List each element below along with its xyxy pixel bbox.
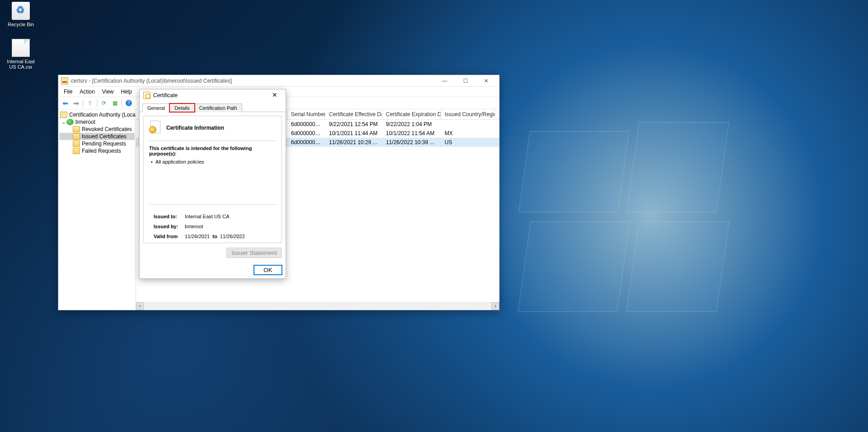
toolbar-separator: [97, 99, 97, 107]
tab-details[interactable]: Details: [169, 103, 195, 112]
issued-by-row: Issued by: bmeroot: [154, 224, 276, 229]
window-title: certsrv - [Certification Authority (Loca…: [71, 78, 434, 84]
cell-serial: 6d0000005246...: [287, 129, 325, 138]
wallpaper-pane: [626, 221, 729, 312]
help-icon: ?: [126, 100, 132, 106]
issued-by-label: Issued by:: [154, 224, 183, 229]
tab-certification-path[interactable]: Certification Path: [194, 103, 242, 112]
tree-item-revoked[interactable]: Revoked Certificates: [59, 126, 135, 133]
column-header-effective[interactable]: Certificate Effective Date: [325, 109, 382, 119]
dialog-tabs: General Details Certification Path: [140, 101, 286, 112]
tree-pane: Certification Authority (Local) ⌄ bmeroo…: [58, 109, 136, 310]
export-list-button[interactable]: ▦: [110, 98, 120, 108]
tree-item-pending[interactable]: Pending Requests: [59, 140, 135, 147]
wallpaper-pane: [518, 221, 630, 312]
folder-icon: [73, 148, 80, 154]
column-header-country[interactable]: Issued Country/Region: [441, 109, 495, 119]
desktop-icon-csr-file[interactable]: Internal East US CA.csr: [4, 39, 38, 70]
column-header-serial[interactable]: Serial Number: [287, 109, 325, 119]
cell-country: US: [441, 138, 495, 147]
cell-expiration: 11/26/2022 10:39 AM: [382, 138, 441, 147]
menu-file[interactable]: File: [60, 88, 76, 96]
toolbar-separator: [83, 99, 83, 107]
recycle-bin-icon: [12, 2, 30, 20]
validity-row: Valid from 11/26/2021 to 11/26/2022: [154, 234, 276, 239]
valid-to-value: 11/26/2022: [220, 234, 245, 239]
nav-forward-button[interactable]: ➡: [71, 98, 81, 108]
valid-to-label: to: [212, 234, 217, 239]
export-icon: ▦: [113, 100, 117, 106]
tree-label: Pending Requests: [82, 141, 126, 147]
folder-icon: [73, 141, 80, 147]
menu-action[interactable]: Action: [76, 88, 98, 96]
issuer-statement-button: Issuer Statement: [226, 248, 282, 258]
cell-serial: 6d00000006ed...: [287, 138, 325, 147]
window-maximize-button[interactable]: ☐: [455, 75, 476, 86]
up-level-button[interactable]: ⇧: [85, 98, 95, 108]
tab-general[interactable]: General: [142, 103, 170, 112]
desktop-icon-label: Recycle Bin: [4, 22, 38, 27]
desktop-icon-label: Internal East US CA.csr: [4, 59, 38, 70]
cert-authority-icon: [60, 112, 67, 118]
up-folder-icon: ⇧: [88, 100, 92, 106]
tree-item-issued[interactable]: Issued Certificates: [59, 133, 135, 140]
scroll-track[interactable]: [144, 302, 492, 310]
menu-help[interactable]: Help: [117, 88, 136, 96]
issued-to-value: Internal East US CA: [185, 214, 229, 219]
dialog-title: Certificate: [153, 92, 267, 99]
dialog-close-button[interactable]: ✕: [267, 90, 282, 101]
cell-expiration: 10/1/2022 11:54 AM: [382, 129, 441, 138]
app-icon: [61, 77, 68, 85]
cell-serial: 6d000000353...: [287, 120, 325, 129]
tree-item-failed[interactable]: Failed Requests: [59, 147, 135, 155]
cell-expiration: 9/22/2022 1:04 PM: [382, 120, 441, 129]
tree-ca-node[interactable]: ⌄ bmeroot: [59, 118, 135, 126]
menu-view[interactable]: View: [99, 88, 117, 96]
cell-effective: 10/1/2021 11:44 AM: [325, 129, 382, 138]
scroll-left-button[interactable]: ‹: [136, 302, 144, 310]
column-header-expiration[interactable]: Certificate Expiration Date: [382, 109, 441, 119]
file-icon: [12, 39, 30, 57]
valid-from-label: Valid from: [154, 234, 183, 239]
certificate-seal-icon: [149, 121, 162, 135]
toolbar-separator: [122, 99, 122, 107]
horizontal-scrollbar[interactable]: ‹ ›: [136, 302, 499, 310]
tree-label: Issued Certificates: [82, 133, 127, 140]
wallpaper-pane: [626, 122, 729, 212]
tree-label: Revoked Certificates: [82, 126, 132, 132]
certificate-icon: [143, 92, 150, 99]
arrow-left-icon: ⬅: [62, 99, 68, 108]
certificate-dialog: Certificate ✕ General Details Certificat…: [139, 89, 286, 279]
wallpaper-pane: [518, 131, 629, 212]
refresh-icon: ⟳: [102, 100, 106, 106]
valid-from-value: 11/26/2021: [185, 234, 210, 239]
certificate-info-heading: Certificate Information: [166, 125, 224, 131]
window-titlebar[interactable]: certsrv - [Certification Authority (Loca…: [58, 75, 499, 87]
tree-label: bmeroot: [75, 119, 95, 125]
cell-country: [441, 120, 495, 129]
nav-back-button[interactable]: ⬅: [60, 98, 70, 108]
tree-root[interactable]: Certification Authority (Local): [59, 111, 135, 118]
ca-icon: [66, 119, 74, 125]
desktop-icon-recycle-bin[interactable]: Recycle Bin: [4, 2, 38, 27]
cell-effective: 11/26/2021 10:29 AM: [325, 138, 382, 147]
issued-to-row: Issued to: Internal East US CA: [154, 214, 276, 219]
arrow-right-icon: ➡: [73, 99, 79, 108]
cell-effective: 9/22/2021 12:54 PM: [325, 120, 382, 129]
tab-panel-general: Certificate Information This certificate…: [140, 112, 286, 262]
purpose-item: All application policies: [149, 159, 276, 164]
issued-by-value: bmeroot: [185, 224, 203, 229]
purpose-heading: This certificate is intended for the fol…: [149, 146, 276, 156]
separator: [149, 204, 276, 205]
window-close-button[interactable]: ✕: [476, 75, 497, 86]
tree-expander-icon[interactable]: ⌄: [61, 119, 66, 125]
issued-to-label: Issued to:: [154, 214, 183, 219]
refresh-button[interactable]: ⟳: [99, 98, 109, 108]
certificate-info-box: Certificate Information This certificate…: [143, 116, 282, 243]
ok-button[interactable]: OK: [254, 265, 282, 275]
dialog-titlebar[interactable]: Certificate ✕: [140, 89, 286, 101]
window-minimize-button[interactable]: —: [434, 75, 455, 86]
tree-label: Certification Authority (Local): [69, 112, 136, 118]
scroll-right-button[interactable]: ›: [492, 302, 499, 310]
help-button[interactable]: ?: [124, 98, 134, 108]
